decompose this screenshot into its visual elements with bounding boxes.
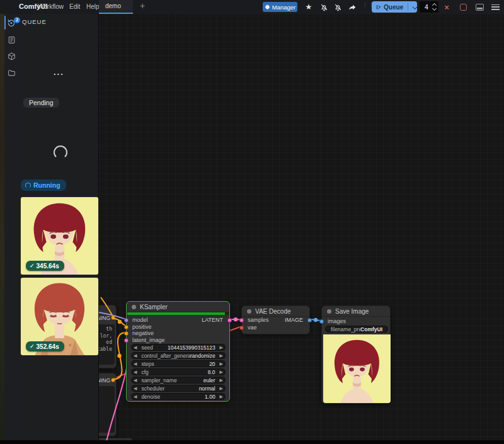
sampler-name-widget[interactable]: ◀ sampler_name euler ▶	[131, 377, 226, 384]
menu-workflow[interactable]: Workflow	[38, 3, 64, 10]
stop-icon	[460, 4, 467, 11]
model-box-icon	[8, 52, 16, 60]
image-output-port[interactable]	[307, 318, 312, 322]
vae-decode-title-bar[interactable]: VAE Decode	[242, 306, 309, 317]
model-input-label: model	[132, 317, 148, 323]
vae-decode-title: VAE Decode	[255, 308, 291, 315]
samples-input-label: samples	[248, 317, 269, 323]
puzzle-icon	[265, 4, 270, 10]
negative-input-port[interactable]	[124, 331, 129, 336]
decrement-arrow-icon[interactable]: ◀	[132, 378, 139, 382]
bottom-panel-toggle[interactable]	[474, 2, 484, 12]
vae-input-port[interactable]	[239, 326, 244, 330]
conditioning-output-label: NNING	[99, 377, 110, 384]
decrement-icon[interactable]	[432, 6, 437, 11]
save-image-title-bar[interactable]: Save Image	[322, 306, 390, 317]
collapse-dot-icon[interactable]	[247, 309, 251, 314]
queue-list-icon	[375, 4, 381, 11]
queue-result-image-2[interactable]: ✓ 352.64s	[21, 278, 98, 355]
sidebar-item-workflows[interactable]	[6, 67, 16, 77]
menu-help[interactable]: Help	[86, 3, 100, 10]
scheduler-widget[interactable]: ◀ scheduler normal ▶	[131, 385, 226, 392]
images-input-label: images	[328, 318, 346, 324]
latent-output-port[interactable]	[227, 318, 232, 322]
bell-slash-icon-1[interactable]	[319, 2, 329, 12]
progress-fill	[127, 312, 225, 315]
bell-slash-icon-2[interactable]	[333, 2, 343, 12]
decrement-arrow-icon[interactable]: ◀	[132, 361, 139, 366]
desktop-wallpaper-strip	[0, 14, 4, 444]
bottom-edge-bar	[0, 440, 504, 444]
increment-arrow-icon[interactable]: ▶	[218, 345, 225, 350]
positive-input-port[interactable]	[124, 325, 129, 329]
new-workflow-button[interactable]: +	[137, 1, 147, 11]
increment-arrow-icon[interactable]: ▶	[218, 353, 225, 358]
save-image-node[interactable]: Save Image images filename_prefix ComfyU…	[321, 305, 391, 404]
duration-text-1: 345.64s	[37, 263, 59, 270]
decrement-arrow-icon[interactable]: ◀	[132, 370, 139, 374]
increment-arrow-icon[interactable]: ▶	[218, 361, 225, 366]
clip-text-encode-node-negative[interactable]: NNING	[99, 373, 117, 436]
interrupt-button[interactable]	[458, 2, 468, 12]
chevron-down-icon[interactable]	[412, 3, 418, 9]
menu-edit[interactable]: Edit	[69, 3, 80, 10]
queue-button[interactable]: Queue	[372, 1, 417, 13]
share-arrow-icon[interactable]	[347, 2, 357, 12]
prompt-textarea[interactable]	[99, 386, 115, 433]
increment-arrow-icon[interactable]: ▶	[218, 370, 225, 374]
decrement-arrow-icon[interactable]: ◀	[132, 345, 139, 350]
star-icon[interactable]: ★	[304, 2, 314, 12]
collapse-dot-icon[interactable]	[327, 309, 331, 314]
increment-arrow-icon[interactable]: ▶	[218, 394, 225, 399]
running-spinner-icon	[25, 183, 31, 188]
main-menu-button[interactable]	[490, 2, 500, 12]
node-library-icon	[8, 36, 16, 44]
manager-button[interactable]: Manager	[263, 2, 297, 12]
latent-image-input-label: latent_image	[132, 337, 165, 343]
clip-text-encode-node-positive[interactable]: NNING th lor, ed itable	[99, 305, 117, 368]
model-input-port[interactable]	[124, 318, 129, 322]
collapse-dot-icon[interactable]	[132, 305, 136, 309]
toolbar-drag-handle[interactable]: ⋮⋮	[362, 3, 367, 11]
sidebar-item-queue[interactable]: 2	[6, 18, 16, 28]
images-input-port[interactable]	[319, 319, 324, 324]
conditioning-output-port[interactable]	[111, 316, 115, 320]
queue-sidebar-panel: QUEUE ... Pending Running	[17, 14, 99, 444]
samples-input-port[interactable]	[239, 318, 244, 322]
positive-input-label: positive	[132, 324, 152, 330]
seed-widget[interactable]: ◀ seed 1044153990315123 ▶	[131, 344, 226, 351]
filename-prefix-widget[interactable]: filename_prefix ComfyUI	[325, 326, 388, 333]
ksampler-title: KSampler	[140, 304, 168, 310]
queue-result-image-1[interactable]: ✓ 345.64s	[21, 197, 98, 275]
workflow-tab-demo[interactable]: demo	[99, 0, 133, 14]
increment-arrow-icon[interactable]: ▶	[218, 378, 225, 382]
conditioning-output-port[interactable]	[111, 378, 115, 382]
save-image-preview[interactable]	[323, 334, 391, 403]
graph-canvas[interactable]: NNING th lor, ed itable NNING	[99, 14, 504, 444]
queue-count-badge: 2	[14, 17, 20, 23]
decrement-arrow-icon[interactable]: ◀	[132, 386, 139, 390]
ksampler-title-bar[interactable]: KSampler	[127, 302, 229, 312]
steps-widget[interactable]: ◀ steps 20 ▶	[131, 360, 226, 367]
sidebar-item-node-library[interactable]	[6, 35, 16, 45]
decrement-arrow-icon[interactable]: ◀	[132, 353, 139, 358]
image-output-label: IMAGE	[285, 317, 303, 323]
sidebar-item-model-library[interactable]	[6, 51, 16, 61]
batch-count-stepper[interactable]: 4	[420, 1, 438, 13]
clear-queue-button[interactable]: ×	[442, 2, 452, 12]
decrement-arrow-icon[interactable]: ◀	[132, 394, 139, 399]
comfyui-window: ComfyUI Workflow Edit Help demo + Manage…	[0, 0, 504, 444]
vae-decode-node[interactable]: VAE Decode samples vae IMAGE	[241, 305, 310, 334]
queue-button-divider	[408, 3, 408, 11]
panel-icon	[476, 4, 484, 11]
increment-arrow-icon[interactable]: ▶	[218, 386, 225, 390]
prompt-textarea[interactable]: th lor, ed itable	[99, 324, 115, 365]
pending-label: Pending	[23, 98, 59, 108]
ksampler-node[interactable]: KSampler model positive negative latent_…	[126, 301, 230, 402]
control-after-generate-widget[interactable]: ◀ control_after_generate randomize ▶	[131, 352, 226, 359]
cfg-widget[interactable]: ◀ cfg 8.0 ▶	[131, 368, 226, 375]
save-image-title: Save Image	[335, 308, 369, 315]
denoise-widget[interactable]: ◀ denoise 1.00 ▶	[131, 393, 226, 400]
conditioning-output-label: NNING	[99, 315, 110, 321]
latent-image-input-port[interactable]	[124, 338, 129, 343]
